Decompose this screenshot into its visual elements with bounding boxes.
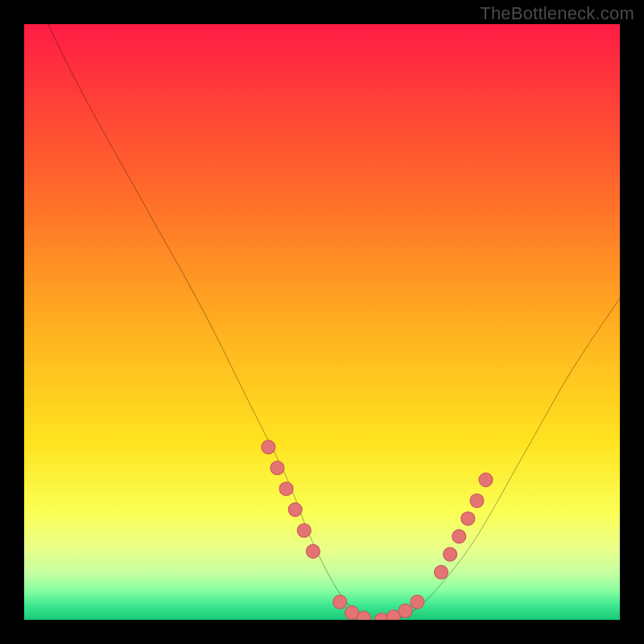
highlight-dot: [279, 482, 293, 496]
bottleneck-plot: [24, 24, 620, 620]
highlight-dot: [452, 530, 466, 543]
highlight-dot: [270, 461, 284, 475]
highlight-dot: [297, 523, 311, 537]
highlight-dot: [411, 595, 424, 609]
highlight-dot: [434, 565, 448, 579]
site-watermark: TheBottleneck.com: [480, 3, 634, 24]
highlight-dot: [262, 440, 275, 454]
highlight-dot: [333, 595, 347, 609]
highlight-dot: [288, 503, 302, 517]
highlight-dot: [398, 604, 412, 617]
plot-svg: [24, 24, 620, 620]
highlight-dot: [470, 493, 484, 507]
gradient-bg: [24, 24, 620, 620]
highlight-dot: [306, 544, 320, 558]
chart-frame: TheBottleneck.com: [0, 0, 644, 644]
highlight-dot: [461, 512, 475, 526]
highlight-dot: [479, 473, 493, 487]
highlight-dot: [444, 547, 457, 561]
